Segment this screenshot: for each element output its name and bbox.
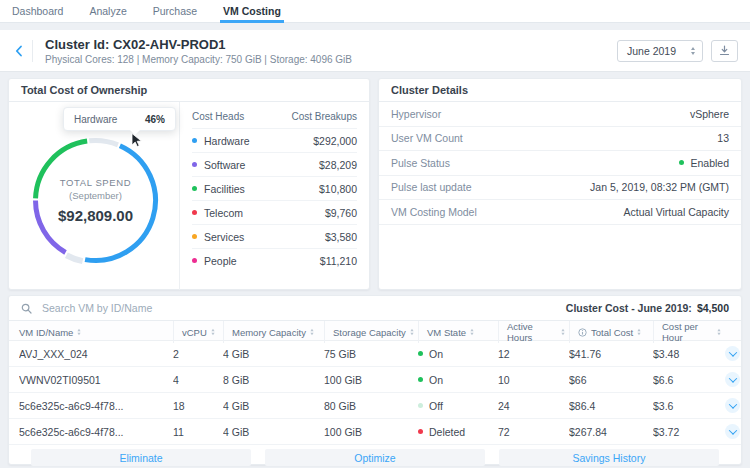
cost-per-hour-cell: $3.48 (653, 348, 725, 360)
expand-row-button[interactable] (725, 346, 740, 361)
vm-search-input[interactable] (40, 301, 566, 315)
total-cost-cell: $267.84 (569, 426, 653, 438)
vm-search-bar: Cluster Cost - June 2019: $4,500 (9, 296, 741, 321)
legend-dot (192, 162, 197, 167)
legend-row: Hardware $292,000 (192, 128, 357, 152)
legend-amount: $3,580 (325, 231, 357, 243)
legend-row: Facilities $10,800 (192, 176, 357, 200)
detail-value: Jan 5, 2019, 08:32 PM (GMT) (590, 181, 729, 193)
action-button[interactable]: Optimize (265, 449, 485, 466)
nav-tab[interactable]: Purchase (153, 0, 197, 22)
column-header-label: vCPU (182, 327, 207, 338)
vm-state-label: On (429, 348, 443, 360)
column-header[interactable]: Total Cost (569, 321, 653, 343)
cost-per-hour-cell: $3.6 (653, 400, 725, 412)
vm-state-dot (418, 377, 423, 382)
nav-tab[interactable]: VM Costing (223, 0, 281, 22)
action-button[interactable]: Savings History (499, 449, 719, 466)
cluster-specs: Physical Cores: 128 | Memory Capacity: 7… (45, 54, 352, 65)
vm-state-cell: Off (418, 400, 498, 412)
chevron-down-icon (728, 426, 736, 434)
nav-tab-label: Analyze (89, 5, 126, 17)
active-hours-cell: 72 (498, 426, 569, 438)
detail-label: Pulse Status (391, 157, 450, 169)
back-button[interactable] (12, 41, 26, 61)
cost-per-hour-cell: $3.72 (653, 426, 725, 438)
column-header[interactable]: VM State (418, 321, 498, 343)
nav-tab[interactable]: Dashboard (12, 0, 63, 22)
tco-panel-title: Total Cost of Ownership (9, 79, 369, 102)
column-header[interactable]: Memory Capacity (223, 321, 324, 343)
detail-row: User VM Count 13 (379, 127, 741, 152)
expand-row-button[interactable] (725, 372, 740, 387)
vm-state-dot (418, 429, 423, 434)
vm-state-label: Deleted (429, 426, 465, 438)
nav-tab[interactable]: Analyze (89, 0, 126, 22)
download-icon (719, 45, 730, 56)
chevron-down-icon (728, 400, 736, 408)
column-header-label: VM State (427, 327, 466, 338)
sort-icon (310, 329, 313, 335)
sort-icon (470, 329, 473, 335)
page-title: Cluster Id: CX02-AHV-PROD1 (45, 37, 352, 52)
top-nav: Dashboard Analyze Purchase VM Costing (0, 0, 750, 23)
legend-amount: $11,210 (320, 255, 357, 267)
nav-tab-label: Dashboard (12, 5, 63, 17)
vm-id-cell: VWNV02TI09501 (19, 374, 173, 386)
column-header-label: VM ID/Name (19, 327, 73, 338)
column-header-label: Memory Capacity (232, 327, 306, 338)
total-spend-period: (September) (69, 190, 122, 201)
column-header[interactable]: Storage Capacity (324, 321, 418, 343)
vm-state-cell: Deleted (418, 426, 498, 438)
cluster-cost-label: Cluster Cost - June 2019: (566, 302, 692, 314)
detail-row: Hypervisor vSphere (379, 102, 741, 127)
download-button[interactable] (711, 40, 738, 62)
column-header[interactable]: VM ID/Name (19, 321, 173, 343)
expand-row-button[interactable] (725, 424, 740, 439)
storage-cell: 100 GiB (324, 426, 418, 438)
storage-cell: 100 GiB (324, 374, 418, 386)
chart-tooltip: Hardware 46% (63, 107, 176, 131)
chevron-down-icon (728, 374, 736, 382)
legend-dot (192, 186, 197, 191)
total-cost-cell: $66 (569, 374, 653, 386)
sort-icon (717, 329, 720, 335)
action-button[interactable]: Eliminate (31, 449, 251, 466)
legend-dot (192, 234, 197, 239)
total-cost-cell: $41.76 (569, 348, 653, 360)
legend-label: People (204, 255, 237, 267)
sort-icon (410, 329, 413, 335)
cluster-details-title: Cluster Details (379, 79, 741, 102)
tooltip-label: Hardware (74, 114, 117, 125)
vm-state-cell: On (418, 348, 498, 360)
storage-cell: 80 GiB (324, 400, 418, 412)
legend-col-cost-breakups: Cost Breakups (291, 111, 357, 122)
vm-state-cell: On (418, 374, 498, 386)
memory-cell: 4 GiB (223, 348, 324, 360)
memory-cell: 4 GiB (223, 400, 324, 412)
tco-panel: Total Cost of Ownership TOTAL SPEND (Sep… (8, 78, 370, 290)
vm-table-header: VM ID/Name vCPU (9, 321, 741, 341)
active-hours-cell: 10 (498, 374, 569, 386)
detail-label: User VM Count (391, 132, 463, 144)
tco-donut-chart[interactable]: TOTAL SPEND (September) $92,809.00 (23, 128, 168, 273)
chevron-left-icon (15, 45, 23, 57)
column-header[interactable]: Cost per Hour (653, 321, 725, 343)
legend-row: Services $3,580 (192, 224, 357, 248)
cluster-cost-value: $4,500 (697, 302, 729, 314)
nav-tab-label: VM Costing (223, 5, 281, 17)
legend-row: Software $28,209 (192, 152, 357, 176)
vm-id-cell: 5c6e325c-a6c9-4f78... (19, 400, 173, 412)
month-selector[interactable]: June 2019 (617, 40, 703, 62)
column-header[interactable]: vCPU (173, 321, 223, 343)
legend-amount: $9,760 (325, 207, 357, 219)
vm-table-panel: Cluster Cost - June 2019: $4,500 VM ID/N… (8, 295, 742, 465)
tooltip-value: 46% (145, 114, 165, 125)
action-button-label: Savings History (573, 452, 646, 464)
sort-icon (78, 329, 81, 335)
column-header[interactable]: Active Hours (498, 321, 569, 343)
legend-label: Software (204, 159, 245, 171)
expand-row-button[interactable] (725, 398, 740, 413)
vm-id-cell: AVJ_XXX_024 (19, 348, 173, 360)
legend-amount: $292,000 (313, 135, 357, 147)
